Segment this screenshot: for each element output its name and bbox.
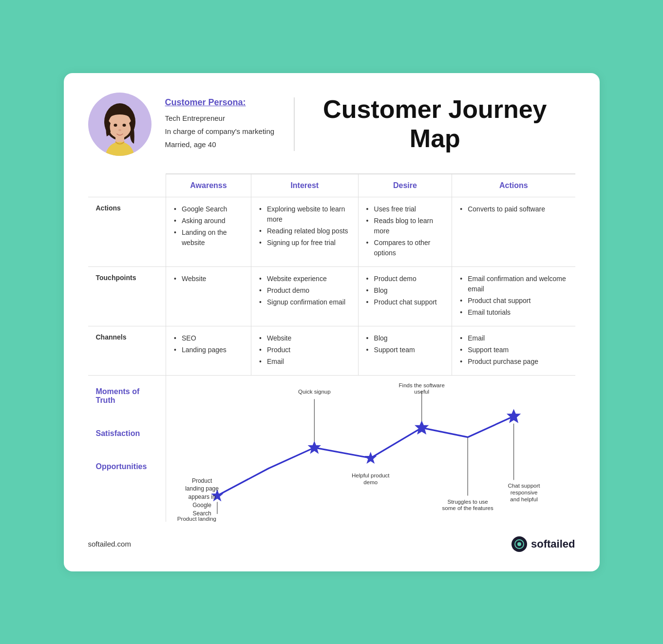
cell-channels-actions: Email Support team Product purchase page <box>452 326 575 375</box>
table-row-bottom: Moments of Truth Satisfaction Opportunit… <box>88 375 575 522</box>
svg-text:Struggles to use: Struggles to use <box>447 498 488 504</box>
svg-marker-10 <box>507 409 521 423</box>
cell-touchpoints-actions: Email confirmation and welcome email Pro… <box>452 266 575 326</box>
table-header-row: Awarenss Interest Desire Actions <box>88 174 575 197</box>
cell-channels-desire: Blog Support team <box>358 326 452 375</box>
header-empty <box>88 174 166 197</box>
brand-name: softailed <box>531 538 575 550</box>
footer: softailed.com softailed <box>88 531 575 552</box>
persona-label: Customer Persona: <box>165 97 275 108</box>
cell-channels-awareness: SEO Landing pages <box>166 326 251 375</box>
moment-label-1: Product landing page appears in Google S… <box>183 477 222 518</box>
main-card: Customer Persona: Tech Entrepreneur In c… <box>64 73 600 571</box>
persona-details: Tech Entrepreneur In charge of company's… <box>165 112 275 151</box>
label-moments: Moments of Truth <box>96 387 158 405</box>
cell-actions-desire: Uses free trial Reads blog to learn more… <box>358 197 452 266</box>
table-row-actions: Actions Google Search Asking around Land… <box>88 197 575 266</box>
col-header-interest: Interest <box>251 174 358 197</box>
cell-touchpoints-interest: Website experience Product demo Signup c… <box>251 266 358 326</box>
svg-point-28 <box>517 542 521 546</box>
col-header-awareness: Awarenss <box>166 174 251 197</box>
header-section: Customer Persona: Tech Entrepreneur In c… <box>88 93 575 156</box>
table-row-channels: Channels SEO Landing pages Website Produ… <box>88 326 575 375</box>
footer-brand: softailed <box>511 536 575 552</box>
cell-touchpoints-desire: Product demo Blog Product chat support <box>358 266 452 326</box>
svg-text:responsive: responsive <box>511 489 538 495</box>
svg-text:Helpful product: Helpful product <box>352 472 390 478</box>
table-row-touchpoints: Touchpoints Website Website experience P… <box>88 266 575 326</box>
journey-table: Awarenss Interest Desire Actions Actions… <box>88 173 575 522</box>
svg-text:Quick signup: Quick signup <box>298 388 331 395</box>
label-opportunities: Opportunities <box>96 462 158 471</box>
svg-point-5 <box>118 129 121 131</box>
svg-text:useful: useful <box>414 388 429 395</box>
avatar <box>88 93 152 156</box>
footer-domain: softailed.com <box>88 540 131 548</box>
brand-icon <box>511 536 527 552</box>
cell-channels-interest: Website Product Email <box>251 326 358 375</box>
avatar-area <box>88 93 152 156</box>
svg-marker-9 <box>415 420 429 435</box>
page-title: Customer Journey Map <box>295 95 575 153</box>
svg-text:and helpful: and helpful <box>510 496 537 502</box>
title-area: Customer Journey Map <box>295 95 575 153</box>
col-header-desire: Desire <box>358 174 452 197</box>
cell-touchpoints-awareness: Website <box>166 266 251 326</box>
chart-cell: Product landing Quick signup Helpful pro… <box>166 375 575 522</box>
svg-text:some of the features: some of the features <box>442 505 493 511</box>
cell-actions-interest: Exploring website to learn more Reading … <box>251 197 358 266</box>
svg-text:Chat support: Chat support <box>508 482 541 489</box>
svg-text:demo: demo <box>363 478 378 485</box>
row-label-actions: Actions <box>88 197 166 266</box>
svg-text:Finds the software: Finds the software <box>399 381 445 388</box>
col-header-actions: Actions <box>452 174 575 197</box>
svg-marker-7 <box>308 440 321 454</box>
svg-point-3 <box>114 124 117 127</box>
bottom-labels-cell: Moments of Truth Satisfaction Opportunit… <box>88 375 166 522</box>
cell-actions-actions: Converts to paid software <box>452 197 575 266</box>
label-satisfaction: Satisfaction <box>96 429 158 438</box>
persona-info: Customer Persona: Tech Entrepreneur In c… <box>165 97 295 151</box>
cell-actions-awareness: Google Search Asking around Landing on t… <box>166 197 251 266</box>
row-label-channels: Channels <box>88 326 166 375</box>
svg-point-4 <box>122 124 126 127</box>
row-label-touchpoints: Touchpoints <box>88 266 166 326</box>
